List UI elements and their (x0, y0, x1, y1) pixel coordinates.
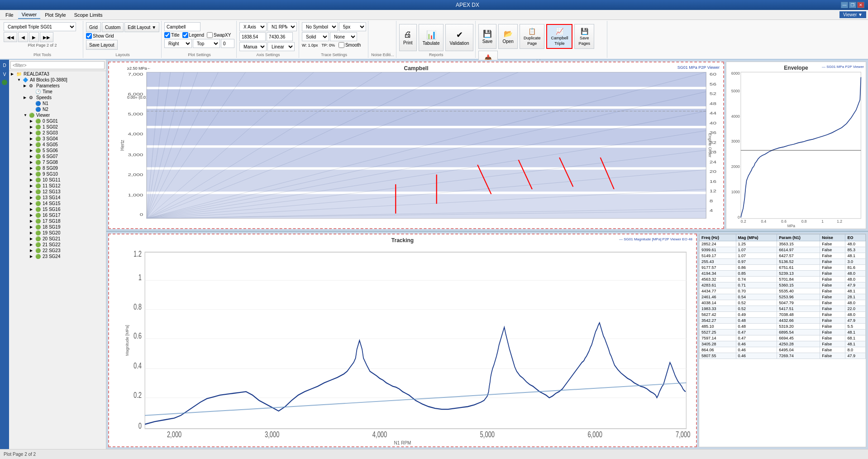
menu-viewer[interactable]: Viewer (18, 11, 40, 19)
tree-item[interactable]: ▶🟢3 SG04 (9, 136, 106, 142)
x-axis-dropdown[interactable]: X Axis (239, 22, 267, 31)
swapxy-checkbox[interactable] (207, 32, 213, 38)
tree-item[interactable]: ▶🟢13 SG14 (9, 195, 106, 201)
position-dropdown[interactable]: TopBottom (193, 39, 220, 48)
x-source-dropdown[interactable]: N1 RPM (267, 22, 297, 31)
plot-name-input[interactable] (164, 22, 200, 31)
tree-item[interactable]: ▼🔷All Blocks [0-3880] (9, 77, 106, 83)
tree-item[interactable]: ▶🟢7 SG08 (9, 159, 106, 165)
menu-file[interactable]: File (2, 11, 17, 19)
tree-item[interactable]: ▶🟢4 SG05 (9, 142, 106, 148)
tree-item[interactable]: ▶🟢12 SG13 (9, 189, 106, 195)
table-row[interactable]: 5527.250.476895.54False48.1 (700, 330, 866, 335)
table-row[interactable]: 255.430.975136.52False3.0 (700, 259, 866, 265)
table-row[interactable]: 4563.320.745701.84False48.0 (700, 277, 866, 282)
menu-scope-limits[interactable]: Scope Limits (71, 11, 106, 19)
legend-checkbox[interactable] (182, 32, 188, 38)
tree-item[interactable]: ▶🟢17 SG18 (9, 218, 106, 224)
tree-item[interactable]: ▶🟢6 SG07 (9, 153, 106, 159)
save-layout-button[interactable]: Save Layout (86, 40, 118, 50)
table-row[interactable]: 864.060.466495.04False8.0 (700, 347, 866, 353)
tree-item[interactable]: ▶⚙Speeds (9, 95, 106, 100)
table-row[interactable]: 4038.140.525047.79False48.0 (700, 300, 866, 306)
tree-item[interactable]: ▶🟢18 SG19 (9, 224, 106, 230)
tree-item[interactable]: ▶⚙Parameters (9, 83, 106, 89)
print-button[interactable]: 🖨 Print (399, 24, 417, 51)
custom-button[interactable]: Custom (102, 22, 124, 32)
table-row[interactable]: 4283.610.715360.15False47.9 (700, 282, 866, 288)
table-row[interactable]: 9177.570.866751.61False81.6 (700, 265, 866, 271)
sidebar-filter-input[interactable] (10, 61, 105, 69)
tree-item[interactable]: ▶🟢22 SG23 (9, 248, 106, 253)
save-button[interactable]: 💾 Save (478, 24, 497, 49)
tree-item[interactable]: ▶🟢14 SG15 (9, 201, 106, 206)
table-row[interactable]: 3542.270.484432.66False47.9 (700, 318, 866, 324)
table-row[interactable]: 1983.330.525417.51False22.0 (700, 306, 866, 312)
symbol-dropdown[interactable]: No Symbol (302, 22, 338, 31)
designer-icon[interactable]: D (1, 62, 8, 69)
tree-item[interactable]: ▶🟢9 SG10 (9, 171, 106, 177)
tree-item[interactable]: ▶🟢1 SG02 (9, 124, 106, 130)
tree-item[interactable]: ▶🟢16 SG17 (9, 212, 106, 218)
table-row[interactable]: 2852.241.253563.15False48.0 (700, 241, 866, 247)
envelope-plot[interactable]: Envelope — SG01 MPa P2P Viewer 0 1000 20… (726, 62, 866, 229)
size-dropdown[interactable]: 5px (339, 22, 366, 31)
open-button[interactable]: 📂 Open (498, 24, 517, 49)
line-dropdown[interactable]: Solid (302, 32, 329, 41)
tracking-plot[interactable]: Tracking — SG01 Magnitude [MPa] P2P View… (108, 234, 697, 447)
close-button[interactable]: ✕ (857, 2, 864, 8)
tree-item[interactable]: 🔵N1 (9, 100, 106, 106)
nav-next-btn[interactable]: ▶ (29, 32, 39, 42)
nav-first-btn[interactable]: ◀◀ (4, 32, 17, 42)
tree-item[interactable]: ▶🟢19 SG20 (9, 230, 106, 236)
x-max-input[interactable] (267, 32, 293, 41)
type-dropdown[interactable]: Linear (267, 42, 295, 51)
table-row[interactable]: 9399.611.076614.97False85.3 (700, 247, 866, 253)
tree-item[interactable]: ▶🟢23 SG24 (9, 253, 106, 259)
tree-item[interactable]: ▶🟢21 SG22 (9, 242, 106, 248)
tree-item[interactable]: ▶🟢11 SG12 (9, 183, 106, 189)
grid-button[interactable]: Grid (86, 22, 101, 32)
smooth-checkbox[interactable] (339, 42, 344, 48)
viewer-badge[interactable]: Viewer ▼ (839, 11, 866, 18)
x-min-input[interactable] (239, 32, 266, 41)
table-row[interactable]: 3405.280.464250.28False48.1 (700, 341, 866, 347)
tabulate-button[interactable]: 📊 Tabulate (419, 24, 444, 51)
tree-item[interactable]: ▶🟢15 SG16 (9, 206, 106, 212)
show-grid-checkbox[interactable] (86, 33, 92, 39)
viewer-icon[interactable]: V (1, 71, 8, 78)
tree-item[interactable]: ▶🟢0 SG01 (9, 118, 106, 124)
tree-item[interactable]: ▶🟢20 SG21 (9, 236, 106, 242)
duplicate-page-button[interactable]: 📋 Duplicate Page (520, 24, 545, 49)
table-row[interactable]: 5149.171.076427.57False48.1 (700, 253, 866, 259)
fill-dropdown[interactable]: None (330, 32, 357, 41)
table-row[interactable]: 4194.340.855239.13False48.0 (700, 271, 866, 277)
position-value-input[interactable] (221, 39, 234, 48)
plot-dropdown[interactable]: Campbell Triple SG01 (4, 22, 76, 31)
table-row[interactable]: 4434.770.705535.40False48.1 (700, 288, 866, 294)
validation-button[interactable]: ✔ Validation (445, 24, 473, 51)
minimize-button[interactable]: — (841, 2, 848, 8)
scale-dropdown[interactable]: Manual (239, 42, 267, 51)
tree-item[interactable]: ▶📁REALDATA3 (9, 71, 106, 77)
tree-item[interactable]: ▶🟢5 SG06 (9, 148, 106, 153)
table-row[interactable]: 7597.140.476694.45False68.1 (700, 335, 866, 341)
title-checkbox[interactable] (164, 32, 170, 38)
restore-button[interactable]: ❐ (849, 2, 856, 8)
tree-item[interactable]: ▶🟢8 SG09 (9, 165, 106, 171)
tree-item[interactable]: ▶🟢2 SG03 (9, 130, 106, 136)
menu-plot-style[interactable]: Plot Style (41, 11, 69, 19)
align-dropdown[interactable]: RightLeftCenter (164, 39, 192, 48)
tree-item[interactable]: 🔵N2 (9, 106, 106, 112)
edit-layout-button[interactable]: Edit Layout ▼ (124, 22, 159, 32)
table-row[interactable]: 2461.460.545253.96False28.1 (700, 294, 866, 300)
campbell-plot[interactable]: Campbell SG01 MPa P2P Viewer ≥2.50 MPa← … (108, 62, 724, 229)
table-row[interactable]: 485.100.485319.20False5.5 (700, 324, 866, 330)
tree-item[interactable]: ▼🟢Viewer (9, 112, 106, 118)
table-row[interactable]: 5807.550.467269.74False47.9 (700, 353, 866, 359)
tree-item[interactable]: ▶🟢10 SG11 (9, 177, 106, 183)
save-pages-button[interactable]: 💾 Save Pages (574, 24, 594, 49)
tree-item[interactable]: 🕐Time (9, 89, 106, 95)
nav-last-btn[interactable]: ▶▶ (40, 32, 53, 42)
nav-prev-btn[interactable]: ◀ (18, 32, 28, 42)
